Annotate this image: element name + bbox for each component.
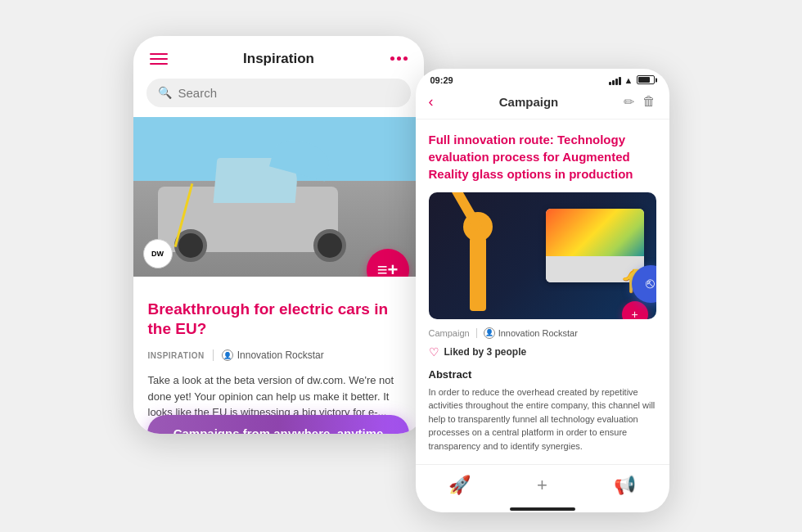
user-icon: 👤 [222,349,233,361]
robot-arm-body [470,237,486,311]
status-icons: ▲ [609,75,655,85]
article-meta: INSPIRATION 👤 Innovation Rockstar [148,349,409,361]
robot-arm [445,213,511,311]
campaign-author-name: Innovation Rockstar [498,328,578,338]
right-phone-content: Full innovation route: Technology evalua… [416,119,669,465]
status-bar: 09:29 ▲ [416,69,669,88]
heart-icon: ♡ [429,345,439,358]
edit-button[interactable]: ✏ [624,94,634,110]
more-options-button[interactable] [390,56,408,61]
megaphone-icon: 📢 [614,475,636,496]
status-time: 09:29 [430,75,453,85]
delete-button[interactable]: 🗑 [642,94,656,109]
article-content: Breakthrough for electric cars in the EU… [133,277,424,434]
rocket-icon: 🚀 [448,475,471,496]
campaign-banner[interactable]: Campaigns from anywhere, anytime [147,415,409,434]
campaign-tag: Campaign [429,328,470,338]
search-bar[interactable]: 🔍 [146,79,411,107]
add-list-icon: ≡+ [377,259,399,277]
right-phone-title: Campaign [499,95,559,109]
article-title[interactable]: Breakthrough for electric cars in the EU… [148,300,409,340]
hamburger-menu-button[interactable] [150,53,168,65]
plus-icon: + [537,475,547,496]
liked-section[interactable]: ♡ Liked by 3 people [429,345,656,358]
left-phone-header: Inspiration [133,36,424,75]
campaign-image: 👆 + ⎋ [429,192,656,319]
article-image: DW ≡+ [133,117,424,277]
campaign-article-title[interactable]: Full innovation route: Technology evalua… [429,131,656,183]
left-phone-title: Inspiration [243,51,314,67]
search-input[interactable] [178,86,399,100]
abstract-text: In order to reduce the overhead created … [429,385,656,453]
dw-badge: DW [143,239,173,268]
heatmap-visual [546,209,644,257]
car-tire-rear [313,229,346,262]
campaign-meta-divider [476,328,477,338]
article-body-text: Take a look at the beta version of dw.co… [148,372,409,421]
article-author: 👤 Innovation Rockstar [222,349,324,361]
campaign-author: 👤 Innovation Rockstar [484,327,578,339]
bottom-navigation: 🚀 + 📢 [416,464,669,503]
nav-add-button[interactable]: + [537,475,547,496]
nav-rocket-button[interactable]: 🚀 [448,475,471,496]
nav-campaigns-button[interactable]: 📢 [614,475,636,496]
back-button[interactable]: ‹ [429,93,434,110]
abstract-title: Abstract [429,368,656,381]
campaign-meta: Campaign 👤 Innovation Rockstar [429,327,656,339]
author-user-icon: 👤 [484,327,495,339]
meta-divider [213,349,214,361]
liked-text: Liked by 3 people [444,346,527,358]
home-indicator [510,507,575,511]
search-icon: 🔍 [158,86,172,99]
signal-bars-icon [609,75,621,85]
right-phone: 09:29 ▲ ‹ Campaign ✏ 🗑 [416,69,669,513]
campaign-banner-text: Campaigns from anywhere, anytime [173,426,384,434]
left-phone: Inspiration 🔍 DW [133,36,424,434]
article-tag: INSPIRATION [148,351,205,360]
wifi-icon: ▲ [624,75,633,85]
right-phone-header: ‹ Campaign ✏ 🗑 [416,88,669,119]
battery-icon [637,75,655,84]
share-icon: ⎋ [646,275,655,292]
header-actions: ✏ 🗑 [624,94,656,110]
